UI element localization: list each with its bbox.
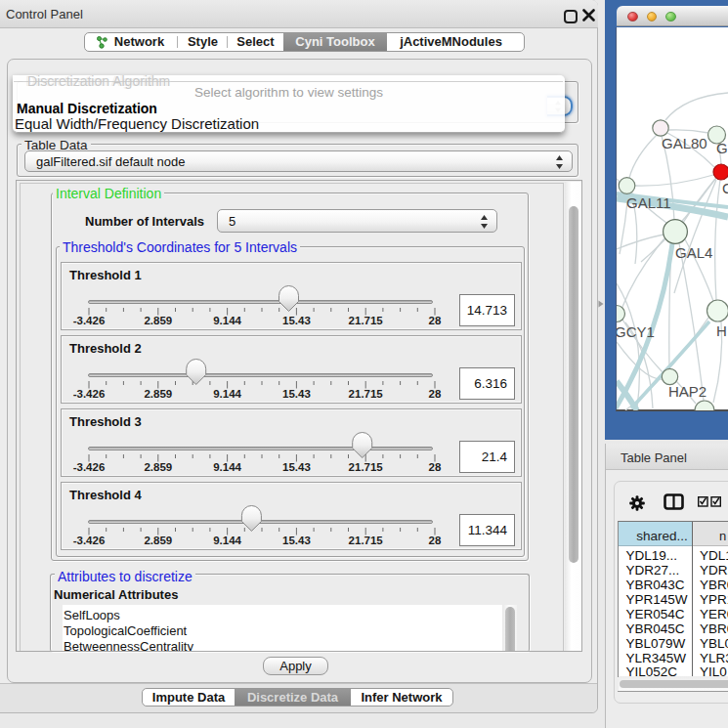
svg-text:GAL80: GAL80 — [662, 135, 707, 151]
svg-text:GAL4: GAL4 — [675, 244, 712, 261]
svg-text:H: H — [716, 322, 727, 339]
svg-text:G.: G. — [716, 140, 728, 156]
svg-text:GCY1: GCY1 — [617, 323, 655, 340]
svg-text:HAP2: HAP2 — [668, 383, 707, 400]
svg-text:GAL11: GAL11 — [626, 194, 671, 211]
svg-text:C: C — [722, 180, 728, 196]
